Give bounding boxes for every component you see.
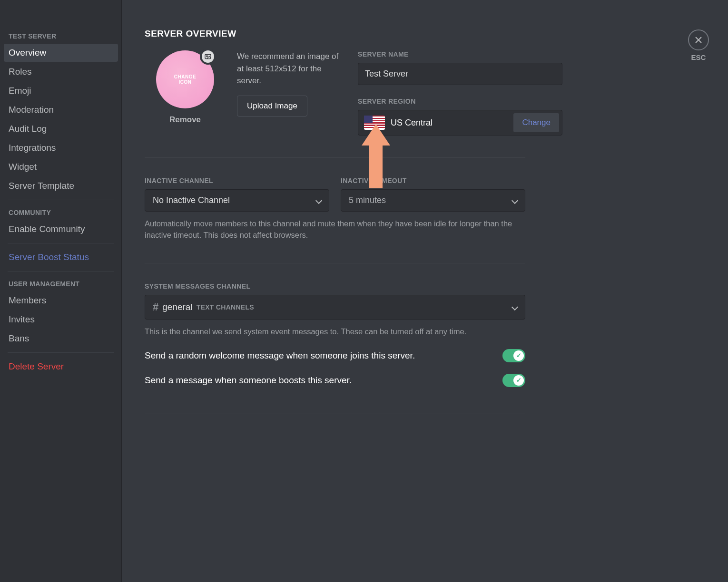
svg-point-1 <box>207 56 208 57</box>
upload-image-button[interactable]: Upload Image <box>237 96 307 116</box>
change-region-button[interactable]: Change <box>513 113 559 132</box>
server-icon-text: CHANGEICON <box>174 74 196 85</box>
sidebar-item-moderation[interactable]: Moderation <box>4 101 118 119</box>
close-button[interactable] <box>688 29 709 50</box>
check-icon: ✓ <box>513 350 524 361</box>
inactive-help-text: Automatically move members to this chann… <box>145 218 525 241</box>
section-divider <box>145 263 525 263</box>
image-recommendation-text: We recommend an image of at least 512x51… <box>237 50 346 87</box>
toggle-label: Send a message when someone boosts this … <box>145 375 352 386</box>
sidebar-separator <box>8 271 114 272</box>
hash-icon: # <box>153 301 158 313</box>
upload-image-icon[interactable] <box>200 48 216 65</box>
toggle-welcome-message: Send a random welcome message when someo… <box>145 349 525 362</box>
check-icon: ✓ <box>513 375 524 386</box>
sidebar-item-boost-status[interactable]: Server Boost Status <box>4 248 118 266</box>
server-name-input[interactable] <box>358 63 562 85</box>
inactive-channel-label: INACTIVE CHANNEL <box>145 177 329 184</box>
system-help-text: This is the channel we send system event… <box>145 326 525 338</box>
settings-sidebar: TEST SERVER Overview Roles Emoji Moderat… <box>0 0 122 582</box>
section-divider <box>145 157 525 158</box>
sidebar-header-community: COMMUNITY <box>4 205 118 219</box>
sidebar-item-delete-server[interactable]: Delete Server <box>4 358 118 376</box>
sidebar-item-integrations[interactable]: Integrations <box>4 139 118 157</box>
system-channel-label: SYSTEM MESSAGES CHANNEL <box>145 282 709 290</box>
sidebar-item-server-template[interactable]: Server Template <box>4 177 118 195</box>
system-channel-category: TEXT CHANNELS <box>197 303 254 311</box>
us-flag-icon <box>364 116 385 130</box>
sidebar-item-roles[interactable]: Roles <box>4 63 118 81</box>
server-region-value: US Central <box>391 118 508 128</box>
sidebar-item-enable-community[interactable]: Enable Community <box>4 220 118 238</box>
page-title: SERVER OVERVIEW <box>145 29 709 39</box>
sidebar-separator <box>8 352 114 353</box>
inactive-channel-select[interactable]: No Inactive Channel <box>145 189 329 212</box>
sidebar-item-bans[interactable]: Bans <box>4 330 118 348</box>
close-column: ESC <box>688 29 709 61</box>
sidebar-separator <box>8 200 114 200</box>
system-channel-select[interactable]: # general TEXT CHANNELS <box>145 295 525 320</box>
section-divider <box>145 414 525 414</box>
server-region-label: SERVER REGION <box>358 97 562 105</box>
inactive-timeout-select[interactable]: 5 minutes <box>341 189 525 212</box>
close-icon <box>694 36 703 44</box>
server-region-box: US Central Change <box>358 110 562 136</box>
inactive-timeout-label: INACTIVE TIMEOUT <box>341 177 525 184</box>
chevron-down-icon <box>315 197 322 204</box>
inactive-timeout-value: 5 minutes <box>349 195 386 205</box>
toggle-boost-message: Send a message when someone boosts this … <box>145 374 525 387</box>
chevron-down-icon <box>512 304 518 310</box>
sidebar-header-server: TEST SERVER <box>4 29 118 43</box>
toggle-label: Send a random welcome message when someo… <box>145 350 415 361</box>
toggle-switch[interactable]: ✓ <box>502 374 525 387</box>
server-icon[interactable]: CHANGEICON <box>156 50 214 108</box>
sidebar-item-widget[interactable]: Widget <box>4 158 118 176</box>
sidebar-item-audit-log[interactable]: Audit Log <box>4 120 118 138</box>
remove-icon-link[interactable]: Remove <box>145 115 226 125</box>
sidebar-item-emoji[interactable]: Emoji <box>4 82 118 100</box>
esc-label: ESC <box>691 53 706 61</box>
toggle-switch[interactable]: ✓ <box>502 349 525 362</box>
sidebar-item-invites[interactable]: Invites <box>4 310 118 329</box>
sidebar-separator <box>8 243 114 243</box>
content-pane: ESC SERVER OVERVIEW CHANGEICON Remove We… <box>122 0 728 582</box>
system-channel-name: general <box>162 302 192 312</box>
server-name-label: SERVER NAME <box>358 50 562 58</box>
sidebar-header-user-management: USER MANAGEMENT <box>4 276 118 291</box>
chevron-down-icon <box>512 197 518 204</box>
sidebar-item-overview[interactable]: Overview <box>4 44 118 62</box>
inactive-channel-value: No Inactive Channel <box>153 195 230 205</box>
sidebar-item-members[interactable]: Members <box>4 291 118 310</box>
